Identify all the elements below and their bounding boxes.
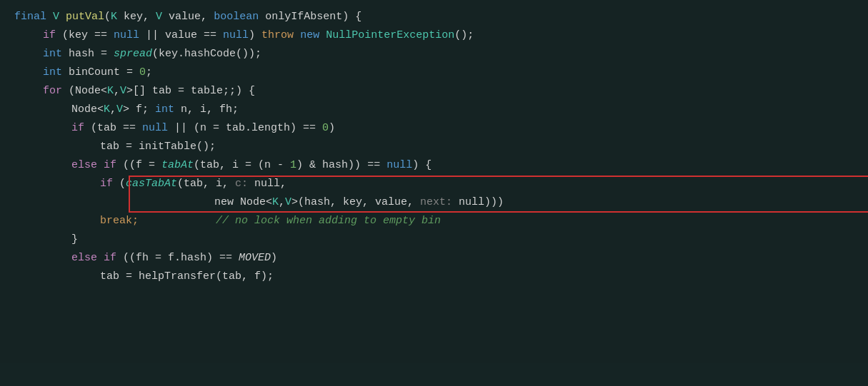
code-line-1: final V putVal(K key, V value, boolean o… [14,9,868,27]
code-line-4: int binCount = 0; [43,64,868,83]
highlighted-region: if (casTabAt(tab, i, c: null, new Node<K… [71,176,868,213]
code-line-14: else if ((fh = f.hash) == MOVED) [71,250,868,268]
code-line-11: new Node<K,V>(hash, key, value, next: nu… [71,194,868,213]
code-editor: final V putVal(K key, V value, boolean o… [0,0,868,386]
code-line-7: if (tab == null || (n = tab.length) == 0… [71,120,868,138]
code-line-5: for (Node<K,V>[] tab = table;;) { [43,83,868,101]
kw-throw: throw [261,27,300,44]
code-line-2: if (key == null || value == null) throw … [43,27,868,46]
type-v: V [53,9,66,26]
code-line-8: tab = initTable(); [100,138,868,157]
code-line-12: break; // no lock when adding to empty b… [100,213,868,231]
kw-final: final [14,9,53,26]
code-line-3: int hash = spread(key.hashCode()); [43,46,868,64]
code-line-13: } [71,231,868,250]
code-line-9: else if ((f = tabAt(tab, i = (n - 1) & h… [71,157,868,176]
code-line-15: tab = helpTransfer(tab, f); [100,268,868,287]
code-line-6: Node<K,V> f; int n, i, fh; [71,101,868,120]
code-line-10: if (casTabAt(tab, i, c: null, [71,176,868,194]
method-putval: putVal [66,9,104,26]
